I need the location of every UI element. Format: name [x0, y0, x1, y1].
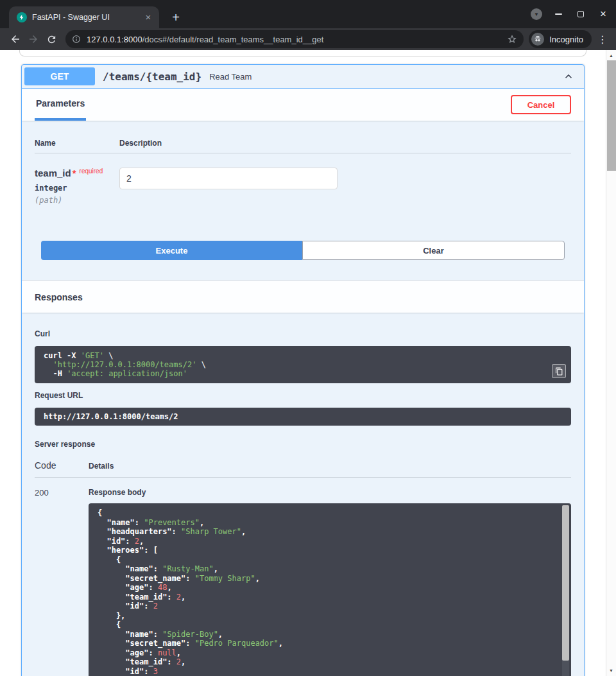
responses-body: Curl curl -X 'GET' \ 'http://127.0.0.1:8… — [22, 313, 584, 676]
reload-icon[interactable] — [42, 30, 60, 48]
opblock-header[interactable]: GET /teams/{team_id} Read Team — [22, 65, 584, 89]
request-url-value: http://127.0.0.1:8000/teams/2 — [35, 408, 571, 426]
curl-label: Curl — [35, 329, 571, 338]
responses-header: Responses — [22, 281, 584, 313]
team-id-input[interactable] — [119, 168, 338, 189]
response-body-block: { "name": "Preventers", "headquarters": … — [89, 503, 571, 676]
response-json-text: { "name": "Preventers", "headquarters": … — [98, 508, 562, 676]
tab-title: FastAPI - Swagger UI — [32, 13, 140, 22]
fastapi-favicon-icon — [17, 12, 27, 22]
incognito-badge: Incognito — [529, 30, 592, 48]
tab-parameters[interactable]: Parameters — [35, 89, 86, 121]
method-badge: GET — [24, 67, 95, 85]
parameter-location: (path) — [35, 196, 119, 205]
execute-row: Execute Clear — [41, 241, 565, 260]
tab-close-icon[interactable]: × — [142, 12, 154, 23]
required-label: required — [80, 168, 103, 175]
required-asterisk: * — [73, 168, 76, 178]
browser-titlebar: FastAPI - Swagger UI × + ▼ × — [0, 0, 616, 28]
topbar-bottom-edge — [19, 50, 586, 56]
column-header-name: Name — [35, 139, 119, 148]
new-tab-button[interactable]: + — [167, 8, 185, 26]
browser-status-icon[interactable]: ▼ — [531, 8, 542, 20]
parameters-header: Parameters Cancel — [22, 89, 584, 121]
status-code: 200 — [35, 488, 89, 676]
page-scrollbar[interactable]: ▲ ▼ — [606, 50, 616, 676]
close-button[interactable]: × — [597, 8, 610, 21]
page-scrollbar-thumb[interactable] — [607, 60, 616, 171]
incognito-icon — [531, 33, 544, 46]
page-info-icon[interactable] — [72, 35, 81, 44]
details-header: Details — [89, 462, 114, 471]
parameter-name: team_id*required — [35, 168, 119, 178]
curl-command-block: curl -X 'GET' \ 'http://127.0.0.1:8000/t… — [35, 346, 571, 383]
parameter-row: team_id*required integer (path) — [35, 153, 571, 205]
clear-button[interactable]: Clear — [302, 241, 565, 260]
minimize-button[interactable] — [552, 8, 565, 21]
swagger-page: GET /teams/{team_id} Read Team Parameter… — [0, 50, 616, 676]
response-table-header: Code Details — [35, 460, 571, 478]
request-url-label: Request URL — [35, 391, 571, 400]
opblock-get-read-team: GET /teams/{team_id} Read Team Parameter… — [21, 64, 585, 676]
endpoint-summary: Read Team — [209, 72, 252, 82]
browser-tab[interactable]: FastAPI - Swagger UI × — [9, 6, 159, 28]
responses-title: Responses — [35, 292, 83, 302]
parameters-table-header: Name Description — [35, 139, 571, 153]
cancel-button[interactable]: Cancel — [511, 95, 571, 114]
collapse-chevron-icon[interactable] — [562, 70, 575, 83]
scroll-up-icon[interactable]: ▲ — [606, 51, 616, 60]
execute-button[interactable]: Execute — [41, 241, 302, 260]
code-header: Code — [35, 460, 89, 471]
url-text: 127.0.0.1:8000/docs#/default/read_team_t… — [87, 35, 502, 44]
browser-toolbar: 127.0.0.1:8000/docs#/default/read_team_t… — [0, 28, 616, 50]
window-controls: ▼ × — [531, 0, 610, 28]
response-scrollbar[interactable] — [562, 505, 569, 676]
endpoint-path: /teams/{team_id} — [103, 71, 201, 83]
forward-icon[interactable] — [24, 30, 42, 48]
bookmark-star-icon[interactable] — [507, 34, 517, 44]
url-bar[interactable]: 127.0.0.1:8000/docs#/default/read_team_t… — [65, 30, 524, 48]
curl-code-text: curl -X 'GET' \ 'http://127.0.0.1:8000/t… — [44, 351, 562, 378]
server-response-label: Server response — [35, 440, 571, 449]
maximize-button[interactable] — [574, 8, 587, 21]
browser-menu-icon[interactable]: ⋮ — [595, 33, 610, 46]
response-body-label: Response body — [89, 488, 571, 497]
parameters-body: Name Description team_id*required intege… — [22, 121, 584, 260]
response-row: 200 Response body { "name": "Preventers"… — [35, 478, 571, 676]
copy-icon[interactable] — [552, 364, 566, 378]
column-header-description: Description — [119, 139, 162, 148]
parameter-type: integer — [35, 184, 119, 193]
scroll-down-icon[interactable]: ▼ — [606, 666, 616, 675]
response-scrollbar-thumb[interactable] — [562, 505, 569, 661]
back-icon[interactable] — [6, 30, 24, 48]
parameters-tab-label: Parameters — [36, 98, 85, 108]
incognito-label: Incognito — [549, 35, 583, 44]
